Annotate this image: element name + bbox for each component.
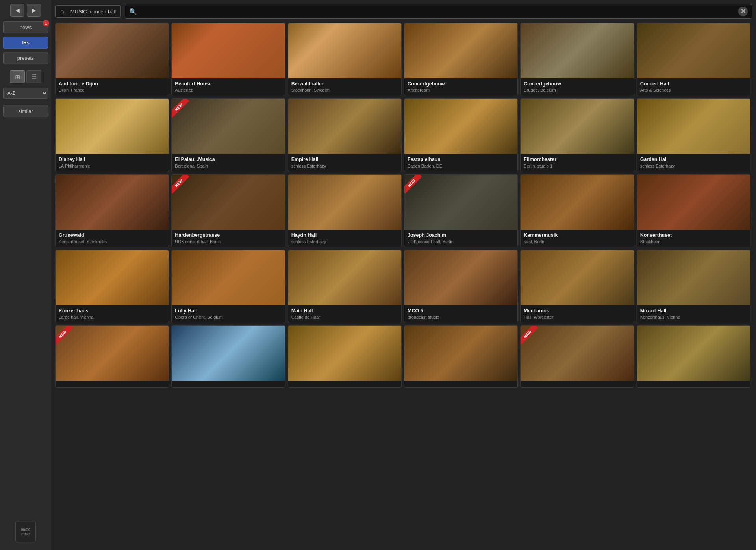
- list-item[interactable]: GrunewaldKonserthuset, Stockholm: [55, 174, 169, 247]
- card-title: El Palau...Musica: [175, 156, 282, 162]
- list-item[interactable]: Concert HallArts & Sciences: [637, 23, 750, 96]
- list-item[interactable]: NEWEl Palau...MusicaBarcelona, Spain: [171, 98, 285, 172]
- list-item[interactable]: ConcertgebouwBrugge, Belgium: [520, 23, 634, 96]
- card-title: Disney Hall: [59, 156, 165, 162]
- list-item[interactable]: Kammermusiksaal, Berlin: [520, 174, 634, 247]
- new-badge-text: NEW: [172, 175, 189, 194]
- card-subtitle: Barcelona, Spain: [175, 164, 282, 168]
- main-area: ⌂ MUSIC: concert hall 🔍 ✕ Auditori...e D…: [51, 0, 756, 550]
- card-title: Lully Hall: [175, 308, 282, 314]
- logo: audioease: [11, 518, 40, 546]
- card-title: Grunewald: [59, 232, 165, 238]
- sidebar-item-presets[interactable]: presets: [3, 52, 48, 64]
- grid-container[interactable]: Auditori...e DijonDijon, FranceBeaufort …: [55, 23, 752, 546]
- list-item[interactable]: NEW: [520, 325, 634, 388]
- card-title: Konzerthaus: [59, 308, 165, 314]
- new-badge-text: NEW: [172, 99, 189, 118]
- list-item[interactable]: Empire Hallschloss Esterhazy: [288, 98, 402, 172]
- card-subtitle: Berlin, studio 1: [524, 164, 630, 168]
- list-item[interactable]: [288, 325, 402, 388]
- list-item[interactable]: NEWJoseph JoachimUDK concert hall, Berli…: [404, 174, 518, 247]
- card-subtitle: Large hall, Vienna: [59, 315, 165, 319]
- presets-label: presets: [17, 55, 34, 61]
- breadcrumb: ⌂ MUSIC: concert hall: [55, 5, 121, 18]
- grid-icon: ⊞: [15, 73, 20, 81]
- search-bar: 🔍 ✕: [125, 4, 752, 19]
- new-badge: NEW: [172, 99, 195, 122]
- list-item[interactable]: [171, 325, 285, 388]
- list-item[interactable]: [637, 325, 750, 388]
- sidebar-item-irs[interactable]: IRs: [3, 37, 48, 49]
- sidebar-item-news[interactable]: news 1: [3, 21, 48, 33]
- card-title: MCO 5: [408, 308, 514, 314]
- clear-button[interactable]: ✕: [738, 7, 748, 16]
- card-subtitle: Konserthuset, Stockholm: [59, 239, 165, 244]
- card-title: Mozart Hall: [640, 308, 747, 314]
- list-item[interactable]: Garden Hallschloss Esterhazy: [637, 98, 750, 172]
- similar-label: similar: [18, 108, 33, 114]
- list-item[interactable]: KonzerthausLarge hall, Vienna: [55, 250, 169, 323]
- sort-select[interactable]: A-Z Z-A Newest Popular: [3, 88, 48, 99]
- list-item[interactable]: Main HallCastle de Haar: [288, 250, 402, 323]
- card-subtitle: Stockholm, Sweden: [291, 88, 398, 92]
- list-item[interactable]: NEWHardenbergstrasseUDK concert hall, Be…: [171, 174, 285, 247]
- new-badge: NEW: [521, 326, 544, 349]
- logo-text: audioease: [21, 527, 30, 537]
- list-item[interactable]: NEW: [55, 325, 169, 388]
- list-item[interactable]: FilmorchesterBerlin, studio 1: [520, 98, 634, 172]
- list-item[interactable]: Beaufort HouseAusterlitz: [171, 23, 285, 96]
- view-list-button[interactable]: ☰: [26, 70, 41, 83]
- card-title: Empire Hall: [291, 156, 398, 162]
- list-item[interactable]: BerwaldhallenStockholm, Sweden: [288, 23, 402, 96]
- nav-back-button[interactable]: ◀: [10, 4, 24, 17]
- card-subtitle: Stockholm: [640, 239, 747, 244]
- list-item[interactable]: FestspielhausBaden Baden, DE: [404, 98, 518, 172]
- list-item[interactable]: Auditori...e DijonDijon, France: [55, 23, 169, 96]
- list-item[interactable]: Haydn Hallschloss Esterhazy: [288, 174, 402, 247]
- list-item[interactable]: MechanicsHall, Worcester: [520, 250, 634, 323]
- search-input[interactable]: [140, 8, 738, 15]
- card-subtitle: UDK concert hall, Berlin: [408, 239, 514, 244]
- card-title: Concertgebouw: [524, 81, 630, 87]
- news-label: news: [20, 24, 32, 30]
- card-title: Kammermusik: [524, 232, 630, 238]
- card-subtitle: UDK concert hall, Berlin: [175, 239, 282, 244]
- nav-forward-button[interactable]: ▶: [27, 4, 41, 17]
- card-subtitle: Dijon, France: [59, 88, 165, 92]
- new-badge-text: NEW: [404, 175, 422, 194]
- list-item[interactable]: ConcertgebouwAmsterdam: [404, 23, 518, 96]
- list-item[interactable]: Disney HallLA Philharmonic: [55, 98, 169, 172]
- card-title: Festspielhaus: [408, 156, 514, 162]
- card-title: Konserthuset: [640, 232, 747, 238]
- similar-button[interactable]: similar: [3, 105, 48, 117]
- card-title: Mechanics: [524, 308, 630, 314]
- card-subtitle: broadcast studio: [408, 315, 514, 319]
- view-grid-button[interactable]: ⊞: [10, 70, 25, 83]
- new-badge: NEW: [56, 326, 79, 349]
- card-subtitle: Baden Baden, DE: [408, 164, 514, 168]
- card-subtitle: Castle de Haar: [291, 315, 398, 319]
- list-item[interactable]: [404, 325, 518, 388]
- list-item[interactable]: MCO 5broadcast studio: [404, 250, 518, 323]
- new-badge: NEW: [404, 175, 428, 198]
- card-title: Joseph Joachim: [408, 232, 514, 238]
- card-subtitle: Opera of Ghent, Belgium: [175, 315, 282, 319]
- card-subtitle: Brugge, Belgium: [524, 88, 630, 92]
- breadcrumb-text: MUSIC: concert hall: [70, 9, 116, 15]
- card-subtitle: schloss Esterhazy: [291, 239, 398, 244]
- list-item[interactable]: Mozart HallKonzerthaus, Vienna: [637, 250, 750, 323]
- logo-box: audioease: [15, 522, 36, 542]
- card-subtitle: Amsterdam: [408, 88, 514, 92]
- card-subtitle: Arts & Sciences: [640, 88, 747, 92]
- item-grid: Auditori...e DijonDijon, FranceBeaufort …: [55, 23, 750, 388]
- clear-icon: ✕: [740, 7, 746, 16]
- card-title: Garden Hall: [640, 156, 747, 162]
- view-toggle: ⊞ ☰: [10, 70, 41, 83]
- list-item[interactable]: Lully HallOpera of Ghent, Belgium: [171, 250, 285, 323]
- card-subtitle: Konzerthaus, Vienna: [640, 315, 747, 319]
- card-subtitle: schloss Esterhazy: [291, 164, 398, 168]
- list-item[interactable]: KonserthusetStockholm: [637, 174, 750, 247]
- card-subtitle: Austerlitz: [175, 88, 282, 92]
- nav-arrows: ◀ ▶: [10, 4, 41, 17]
- card-subtitle: saal, Berlin: [524, 239, 630, 244]
